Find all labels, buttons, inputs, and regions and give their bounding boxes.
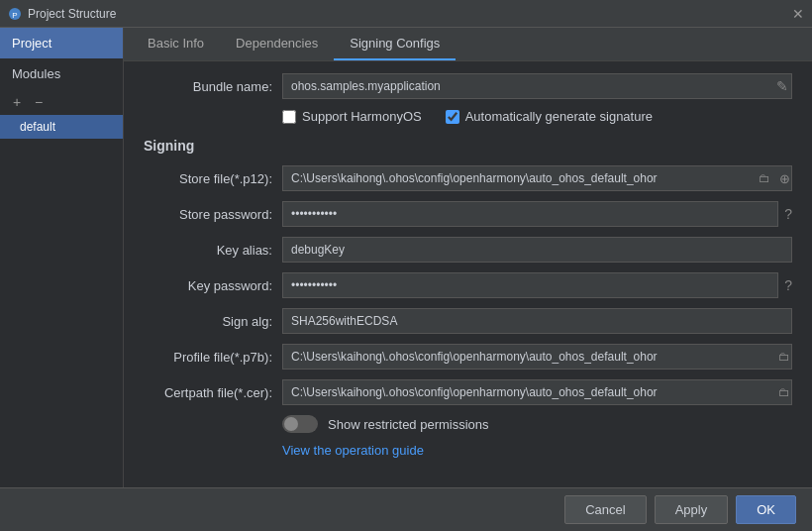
- store-file-input-wrap: 🗀 ⊕: [282, 165, 792, 191]
- store-password-help-icon[interactable]: ?: [784, 206, 792, 222]
- profile-file-input[interactable]: [282, 344, 792, 370]
- bundle-name-input-wrap: ✎: [282, 73, 792, 99]
- certpath-file-label: Certpath file(*.cer):: [144, 385, 282, 400]
- store-file-wifi-icon[interactable]: ⊕: [779, 171, 790, 186]
- key-password-row: Key password: ?: [144, 272, 792, 298]
- store-file-input[interactable]: [282, 165, 792, 191]
- title-bar-left: P Project Structure: [8, 7, 116, 21]
- auto-sign-checkbox[interactable]: [446, 110, 459, 124]
- auto-sign-label: Automatically generate signature: [465, 109, 653, 124]
- key-password-input-wrap: ?: [282, 272, 792, 298]
- bundle-name-label: Bundle name:: [144, 79, 282, 94]
- support-harmony-label: Support HarmonyOS: [302, 109, 422, 124]
- apply-button[interactable]: Apply: [655, 495, 729, 524]
- sidebar-sub-header: + −: [0, 89, 123, 115]
- store-file-row: Store file(*.p12): 🗀 ⊕: [144, 165, 792, 191]
- profile-file-input-wrap: 🗀: [282, 344, 792, 370]
- show-restricted-label: Show restricted permissions: [328, 417, 489, 432]
- store-password-label: Store password:: [144, 207, 282, 222]
- sign-alg-row: Sign alg:: [144, 308, 792, 334]
- profile-file-folder-icon[interactable]: 🗀: [778, 350, 790, 364]
- sidebar-item-modules[interactable]: Modules: [0, 58, 123, 89]
- view-guide-link[interactable]: View the operation guide: [282, 443, 424, 458]
- sign-alg-label: Sign alg:: [144, 314, 282, 329]
- key-password-input[interactable]: [282, 272, 778, 298]
- support-harmony-checkbox-item[interactable]: Support HarmonyOS: [282, 109, 422, 124]
- bundle-name-input[interactable]: [282, 73, 792, 99]
- sidebar: Project Modules + − default: [0, 28, 124, 487]
- store-file-folder-icon[interactable]: 🗀: [759, 171, 770, 185]
- key-alias-row: Key alias:: [144, 237, 792, 263]
- support-harmony-checkbox[interactable]: [282, 110, 296, 124]
- sign-alg-input-wrap: [282, 308, 792, 334]
- window-title: Project Structure: [28, 7, 116, 21]
- tab-dependencies[interactable]: Dependencies: [220, 28, 334, 60]
- certpath-file-row: Certpath file(*.cer): 🗀: [144, 379, 792, 405]
- toggle-knob: [284, 417, 298, 431]
- certpath-file-folder-icon[interactable]: 🗀: [778, 385, 790, 399]
- sidebar-item-project[interactable]: Project: [0, 28, 123, 58]
- signing-section-title: Signing: [144, 138, 792, 154]
- sidebar-sub-item-default[interactable]: default: [0, 115, 123, 139]
- show-restricted-toggle[interactable]: [282, 415, 318, 433]
- profile-file-label: Profile file(*.p7b):: [144, 350, 282, 365]
- bundle-name-edit-icon[interactable]: ✎: [776, 78, 788, 94]
- svg-text:P: P: [12, 11, 17, 20]
- tab-basic-info[interactable]: Basic Info: [132, 28, 220, 60]
- store-password-input[interactable]: [282, 201, 778, 227]
- bottom-bar: Cancel Apply OK: [0, 487, 812, 531]
- remove-config-button[interactable]: −: [30, 93, 48, 111]
- key-password-label: Key password:: [144, 278, 282, 293]
- app-icon: P: [8, 7, 22, 21]
- add-config-button[interactable]: +: [8, 93, 26, 111]
- bundle-name-row: Bundle name: ✎: [144, 73, 792, 99]
- store-password-row: Store password: ?: [144, 201, 792, 227]
- title-bar: P Project Structure ✕: [0, 0, 812, 28]
- certpath-file-input-wrap: 🗀: [282, 379, 792, 405]
- ok-button[interactable]: OK: [736, 495, 796, 524]
- key-alias-input-wrap: [282, 237, 792, 263]
- tab-bar: Basic Info Dependencies Signing Configs: [124, 28, 812, 61]
- content-area: Bundle name: ✎ Support HarmonyOS Automat…: [124, 61, 812, 487]
- auto-sign-checkbox-item[interactable]: Automatically generate signature: [446, 109, 653, 124]
- sign-alg-input[interactable]: [282, 308, 792, 334]
- tab-signing-configs[interactable]: Signing Configs: [334, 28, 456, 60]
- cancel-button[interactable]: Cancel: [564, 495, 646, 524]
- store-password-input-wrap: ?: [282, 201, 792, 227]
- key-alias-input[interactable]: [282, 237, 792, 263]
- store-file-label: Store file(*.p12):: [144, 171, 282, 186]
- show-restricted-row: Show restricted permissions: [282, 415, 792, 433]
- checkbox-row: Support HarmonyOS Automatically generate…: [282, 109, 792, 124]
- key-password-help-icon[interactable]: ?: [784, 277, 792, 293]
- close-button[interactable]: ✕: [792, 6, 804, 22]
- key-alias-label: Key alias:: [144, 243, 282, 258]
- profile-file-row: Profile file(*.p7b): 🗀: [144, 344, 792, 370]
- certpath-file-input[interactable]: [282, 379, 792, 405]
